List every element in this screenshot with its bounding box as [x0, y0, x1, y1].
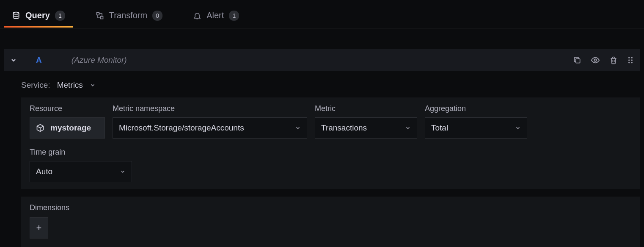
aggregation-select[interactable]: Total: [425, 117, 527, 139]
tab-transform[interactable]: Transform 0: [88, 1, 170, 28]
collapse-toggle[interactable]: [10, 57, 17, 64]
drag-handle-icon[interactable]: [627, 56, 634, 64]
datasource-name: (Azure Monitor): [72, 56, 127, 65]
namespace-select[interactable]: Microsoft.Storage/storageAccounts: [113, 117, 307, 139]
svg-point-9: [628, 62, 630, 63]
field-aggregation: Aggregation Total: [425, 104, 527, 139]
field-metric: Metric Transactions: [315, 104, 417, 139]
namespace-label: Metric namespace: [113, 104, 307, 113]
service-value: Metrics: [57, 80, 83, 90]
svg-point-4: [594, 59, 597, 61]
resource-value: mystorage: [50, 123, 91, 133]
tab-query-label: Query: [25, 11, 50, 20]
add-dimension-button[interactable]: +: [30, 217, 48, 239]
field-timegrain: Time grain Auto: [30, 148, 132, 182]
query-actions: [573, 56, 634, 65]
trash-icon[interactable]: [609, 56, 618, 64]
tab-alert[interactable]: Alert 1: [185, 1, 247, 28]
metric-config-panel: Resource mystorage Metric namespace Micr…: [21, 97, 640, 189]
resource-label: Resource: [30, 104, 105, 113]
chevron-down-icon: [398, 125, 411, 131]
fields-row-1: Resource mystorage Metric namespace Micr…: [30, 104, 631, 139]
aggregation-label: Aggregation: [425, 104, 527, 113]
plus-icon: +: [36, 222, 42, 233]
chevron-down-icon: [508, 125, 521, 131]
tab-query[interactable]: Query 1: [4, 1, 73, 28]
chevron-down-icon: [288, 125, 301, 131]
dimensions-panel: Dimensions +: [21, 197, 640, 247]
svg-point-0: [13, 12, 19, 14]
svg-rect-2: [100, 16, 103, 19]
tab-query-badge: 1: [55, 11, 65, 21]
field-namespace: Metric namespace Microsoft.Storage/stora…: [113, 104, 307, 139]
tab-alert-label: Alert: [206, 11, 224, 20]
timegrain-value: Auto: [36, 167, 52, 176]
svg-rect-1: [96, 12, 99, 15]
metric-value: Transactions: [321, 123, 367, 133]
transform-icon: [96, 11, 104, 20]
resource-picker[interactable]: mystorage: [30, 117, 105, 139]
service-dropdown[interactable]: [90, 82, 96, 88]
svg-point-10: [631, 62, 633, 63]
duplicate-icon[interactable]: [573, 56, 581, 64]
tabs-bar: Query 1 Transform 0 Alert 1: [0, 0, 644, 29]
tab-transform-badge: 0: [152, 11, 162, 21]
namespace-value: Microsoft.Storage/storageAccounts: [119, 123, 244, 133]
fields-row-2: Time grain Auto: [30, 148, 631, 182]
query-ref-id: A: [36, 56, 42, 65]
query-row-header: A (Azure Monitor): [4, 49, 640, 71]
metric-label: Metric: [315, 104, 417, 113]
svg-point-8: [631, 59, 633, 61]
cube-icon: [36, 124, 44, 132]
database-icon: [12, 11, 20, 20]
svg-point-6: [631, 57, 633, 58]
svg-point-7: [628, 59, 630, 61]
svg-point-5: [628, 57, 630, 58]
tab-alert-badge: 1: [229, 11, 239, 21]
service-label: Service:: [21, 80, 50, 90]
tab-transform-label: Transform: [109, 11, 147, 20]
service-row: Service: Metrics: [0, 71, 644, 97]
aggregation-value: Total: [431, 123, 448, 133]
timegrain-label: Time grain: [30, 148, 132, 157]
chevron-down-icon: [113, 169, 126, 175]
timegrain-select[interactable]: Auto: [30, 161, 132, 182]
field-resource: Resource mystorage: [30, 104, 105, 139]
dimensions-label: Dimensions: [30, 203, 631, 212]
visibility-icon[interactable]: [591, 56, 600, 65]
svg-rect-3: [576, 59, 580, 63]
metric-select[interactable]: Transactions: [315, 117, 417, 139]
bell-icon: [193, 11, 201, 20]
